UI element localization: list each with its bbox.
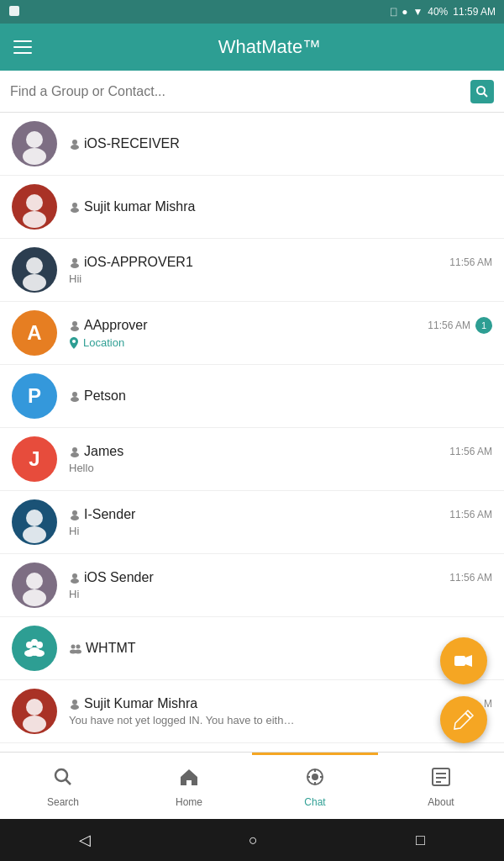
svg-point-35 bbox=[71, 645, 76, 649]
contact-item[interactable]: Sujit kumar Mishra bbox=[0, 176, 504, 239]
svg-point-11 bbox=[26, 257, 43, 274]
contact-time: 11:56 AM bbox=[449, 572, 492, 584]
contact-name: Sujit kumar Mishra bbox=[69, 199, 195, 214]
contact-time: 11:56 AM bbox=[449, 446, 492, 457]
svg-marker-48 bbox=[465, 655, 472, 667]
contact-info: iOS-RECEIVER bbox=[69, 136, 492, 151]
search-input[interactable] bbox=[10, 84, 470, 99]
svg-point-13 bbox=[72, 258, 77, 263]
contact-name: iOS Sender bbox=[69, 570, 154, 585]
contact-info: WHTMT bbox=[69, 641, 492, 656]
contact-item[interactable]: I-Sender 11:56 AM Hi bbox=[0, 491, 504, 554]
svg-point-22 bbox=[23, 526, 46, 543]
contact-name: Sujit Kumar Mishra bbox=[69, 696, 197, 711]
avatar bbox=[12, 184, 57, 230]
avatar: A bbox=[12, 310, 57, 356]
svg-point-4 bbox=[23, 148, 46, 165]
svg-point-26 bbox=[23, 589, 46, 606]
last-message: Hi bbox=[69, 525, 492, 537]
svg-point-36 bbox=[76, 645, 81, 649]
svg-point-9 bbox=[72, 203, 77, 208]
status-app-icon bbox=[8, 5, 20, 19]
svg-point-21 bbox=[26, 510, 43, 526]
contact-time: 11:56 AM bbox=[449, 509, 492, 520]
contact-item[interactable]: iOS-APPROVER1 11:56 AM Hii bbox=[0, 239, 504, 302]
compose-fab[interactable] bbox=[440, 696, 487, 743]
contact-time: 11:56 AM bbox=[428, 320, 470, 331]
svg-point-19 bbox=[72, 447, 77, 452]
svg-point-39 bbox=[26, 699, 43, 716]
home-label: Home bbox=[176, 796, 202, 808]
svg-point-25 bbox=[26, 573, 43, 589]
chat-icon bbox=[304, 766, 326, 793]
contact-time: M bbox=[484, 698, 492, 710]
svg-point-14 bbox=[71, 263, 79, 268]
recent-button[interactable]: □ bbox=[416, 832, 425, 849]
avatar bbox=[12, 499, 57, 545]
status-bar: ⎕ ● ▼ 40% 11:59 AM bbox=[0, 0, 504, 24]
system-nav: ◁ ○ □ bbox=[0, 819, 504, 861]
svg-point-12 bbox=[23, 274, 46, 291]
svg-point-53 bbox=[312, 774, 318, 780]
nav-item-about[interactable]: About bbox=[378, 753, 504, 819]
svg-point-40 bbox=[23, 716, 46, 732]
svg-point-6 bbox=[71, 145, 79, 150]
contact-name: AApprover bbox=[69, 318, 148, 333]
svg-rect-0 bbox=[9, 6, 19, 16]
app-title: WhatMate™ bbox=[49, 36, 491, 58]
svg-line-51 bbox=[66, 779, 71, 784]
last-message: Hi bbox=[69, 588, 492, 600]
svg-point-3 bbox=[26, 131, 43, 148]
contact-info: Sujit kumar Mishra bbox=[69, 199, 492, 214]
svg-point-5 bbox=[72, 140, 77, 145]
search-icon bbox=[52, 766, 74, 793]
contact-name: I-Sender bbox=[69, 507, 135, 522]
status-icons: ⎕ ● ▼ 40% 11:59 AM bbox=[391, 6, 496, 18]
last-message: Location bbox=[69, 336, 492, 349]
contact-name: iOS-APPROVER1 bbox=[69, 255, 193, 270]
svg-point-17 bbox=[72, 392, 77, 397]
nav-item-search[interactable]: Search bbox=[0, 753, 126, 819]
back-button[interactable]: ◁ bbox=[79, 831, 91, 849]
battery-text: 40% bbox=[428, 6, 448, 18]
avatar bbox=[12, 689, 57, 734]
home-icon bbox=[178, 766, 200, 793]
svg-point-34 bbox=[29, 647, 40, 656]
contact-item[interactable]: iOS Sender 11:56 AM Hi bbox=[0, 554, 504, 617]
contact-time: 11:56 AM bbox=[449, 256, 492, 268]
contact-item[interactable]: iOS-RECEIVER bbox=[0, 113, 504, 176]
svg-point-18 bbox=[71, 397, 79, 402]
search-label: Search bbox=[47, 796, 79, 808]
contact-name: iOS-RECEIVER bbox=[69, 136, 180, 151]
avatar bbox=[12, 626, 57, 671]
menu-button[interactable] bbox=[13, 40, 32, 54]
contact-item[interactable]: AReceiver bbox=[0, 743, 504, 752]
svg-point-28 bbox=[71, 578, 79, 584]
svg-point-23 bbox=[72, 510, 77, 515]
contact-item[interactable]: P Petson bbox=[0, 365, 504, 428]
last-message: You have not yet logged IN. You have to … bbox=[69, 714, 492, 726]
nav-item-home[interactable]: Home bbox=[126, 753, 252, 819]
contact-item[interactable]: J James 11:56 AM Hello bbox=[0, 428, 504, 491]
last-message: Hello bbox=[69, 462, 492, 474]
search-bar-button[interactable] bbox=[470, 80, 494, 103]
chat-label: Chat bbox=[304, 796, 325, 808]
video-call-fab[interactable] bbox=[440, 637, 487, 684]
contact-item[interactable]: Sujit Kumar Mishra M You have not yet lo… bbox=[0, 680, 504, 743]
home-button[interactable]: ○ bbox=[249, 832, 258, 849]
svg-point-1 bbox=[477, 87, 485, 94]
svg-point-38 bbox=[75, 650, 81, 654]
svg-point-20 bbox=[71, 452, 79, 457]
svg-point-50 bbox=[55, 769, 67, 781]
svg-point-8 bbox=[23, 211, 46, 228]
svg-point-42 bbox=[71, 705, 79, 710]
contact-info: I-Sender 11:56 AM Hi bbox=[69, 507, 492, 537]
contact-item[interactable]: WHTMT bbox=[0, 617, 504, 680]
contact-item[interactable]: A AApprover 11:56 AM 1 Location bbox=[0, 302, 504, 365]
avatar bbox=[12, 563, 57, 608]
avatar: J bbox=[12, 436, 57, 482]
contact-info: iOS-APPROVER1 11:56 AM Hii bbox=[69, 255, 492, 285]
contact-info: AApprover 11:56 AM 1 Location bbox=[69, 317, 492, 349]
unread-badge: 1 bbox=[475, 317, 492, 334]
nav-item-chat[interactable]: Chat bbox=[252, 753, 378, 819]
